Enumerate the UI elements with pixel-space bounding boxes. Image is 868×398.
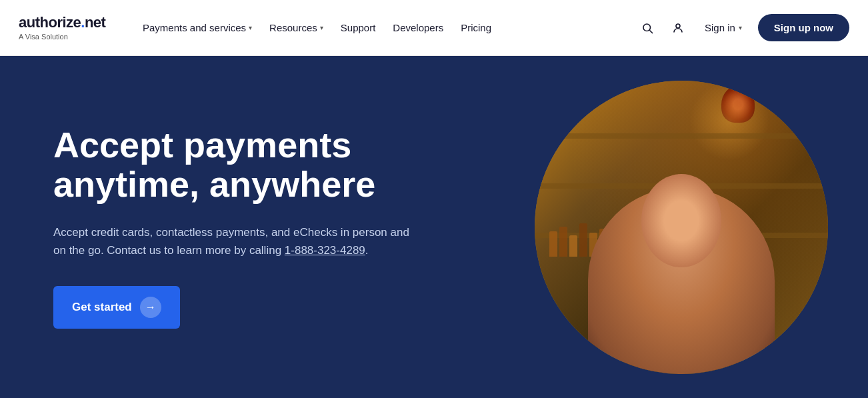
nav-right: Sign in ▾ Sign up now xyxy=(637,14,849,41)
logo[interactable]: authorize.net A Visa Solution xyxy=(19,15,112,40)
hero-image-bg xyxy=(535,81,828,374)
chevron-down-icon: ▾ xyxy=(320,24,323,31)
nav-item-resources[interactable]: Resources ▾ xyxy=(263,17,330,39)
chevron-down-icon: ▾ xyxy=(249,24,252,31)
svg-point-2 xyxy=(676,24,680,28)
search-icon xyxy=(641,22,653,34)
hero-section: Accept payments anytime, anywhere Accept… xyxy=(0,56,868,398)
hero-title: Accept payments anytime, anywhere xyxy=(53,125,467,205)
get-started-button[interactable]: Get started → xyxy=(53,286,180,329)
nav-links: Payments and services ▾ Resources ▾ Supp… xyxy=(136,17,637,39)
hero-desc-end: . xyxy=(365,244,369,257)
phone-link[interactable]: 1-888-323-4289 xyxy=(285,244,365,257)
logo-text: authorize.net xyxy=(19,15,112,31)
nav-item-support[interactable]: Support xyxy=(334,17,383,39)
search-button[interactable] xyxy=(637,17,658,39)
account-button[interactable] xyxy=(667,17,689,39)
nav-item-developers[interactable]: Developers xyxy=(386,17,450,39)
navbar: authorize.net A Visa Solution Payments a… xyxy=(0,0,868,56)
nav-item-payments[interactable]: Payments and services ▾ xyxy=(136,17,259,39)
chevron-down-icon: ▾ xyxy=(739,24,742,31)
user-icon xyxy=(672,22,684,34)
hero-description: Accept credit cards, contactless payment… xyxy=(53,223,413,259)
nav-item-pricing[interactable]: Pricing xyxy=(454,17,498,39)
hero-image xyxy=(535,81,828,374)
svg-point-0 xyxy=(643,24,651,31)
arrow-right-icon: → xyxy=(140,297,161,318)
svg-line-1 xyxy=(650,30,653,33)
signin-button[interactable]: Sign in ▾ xyxy=(698,17,749,39)
logo-sub: A Visa Solution xyxy=(19,33,112,41)
face-area xyxy=(641,174,721,267)
signup-button[interactable]: Sign up now xyxy=(758,14,849,41)
hero-content: Accept payments anytime, anywhere Accept… xyxy=(53,125,467,329)
